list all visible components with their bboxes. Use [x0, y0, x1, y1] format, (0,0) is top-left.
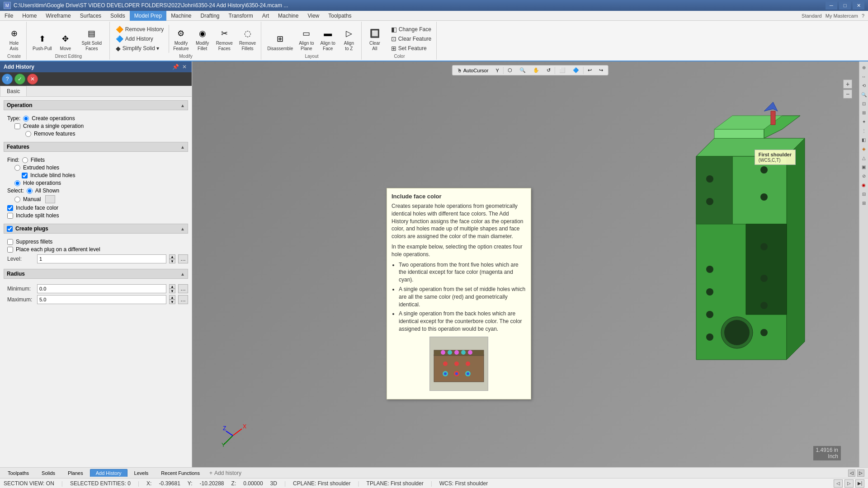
vrt-btn-11[interactable]: △: [860, 154, 868, 162]
vp-display[interactable]: ⬜: [556, 66, 569, 74]
modify-fillet-button[interactable]: ◉ ModifyFillet: [193, 25, 212, 53]
vrt-btn-1[interactable]: ⊕: [860, 63, 868, 71]
place-each-plug-label[interactable]: Place each plug on a different level: [16, 246, 100, 253]
vp-zoom[interactable]: 🔍: [516, 66, 529, 74]
vrt-btn-10[interactable]: ◈: [860, 145, 868, 153]
find-extruded-label[interactable]: Extruded holes: [23, 164, 59, 171]
all-shown-radio[interactable]: [27, 188, 33, 194]
push-pull-button[interactable]: ⬆ Push-Pull: [30, 30, 54, 53]
level-browse-button[interactable]: …: [178, 254, 188, 263]
maximum-input[interactable]: [37, 295, 166, 304]
tab-planes[interactable]: Planes: [62, 469, 89, 477]
menu-machine2[interactable]: Machine: [274, 11, 303, 21]
remove-features-label[interactable]: Remove features: [34, 131, 75, 137]
remove-features-radio[interactable]: [25, 131, 31, 137]
change-face-button[interactable]: ◧ Change Face: [389, 25, 434, 34]
vp-tool1[interactable]: Y: [492, 67, 502, 74]
status-prev-button[interactable]: ◁: [834, 479, 843, 488]
create-plugs-checkbox[interactable]: [7, 226, 13, 232]
add-history-button[interactable]: 🔷 Add History: [113, 34, 166, 43]
manual-select-button[interactable]: [45, 195, 55, 203]
align-z-button[interactable]: ▷ Alignto Z: [340, 25, 359, 53]
vrt-btn-12[interactable]: ▣: [860, 163, 868, 171]
vrt-btn-13[interactable]: ⊘: [860, 172, 868, 180]
panel-pin-icon[interactable]: 📌: [172, 63, 179, 70]
maximum-up-button[interactable]: ▲: [169, 295, 175, 300]
suppress-fillets-label[interactable]: Suppress fillets: [16, 239, 52, 245]
vrt-btn-14[interactable]: ◉: [860, 181, 868, 189]
tab-levels[interactable]: Levels: [128, 469, 155, 477]
level-up-button[interactable]: ▲: [169, 254, 175, 259]
find-fillets-radio[interactable]: [22, 157, 28, 163]
create-operations-label[interactable]: Create operations: [32, 115, 75, 122]
menu-wireframe[interactable]: Wireframe: [41, 11, 75, 21]
vrt-btn-4[interactable]: 🔍: [860, 90, 868, 99]
create-operations-radio[interactable]: [23, 116, 29, 122]
modify-feature-button[interactable]: ⚙ ModifyFeature: [171, 25, 191, 53]
tab-scroll-left[interactable]: ◁: [848, 469, 855, 477]
place-each-plug-checkbox[interactable]: [7, 247, 13, 253]
find-fillets-label[interactable]: Fillets: [31, 157, 45, 163]
maximize-button[interactable]: □: [839, 1, 851, 9]
manual-radio[interactable]: [14, 197, 20, 202]
menu-toolpaths[interactable]: Toolpaths: [324, 11, 356, 21]
vrt-btn-9[interactable]: ◧: [860, 136, 868, 144]
menu-transform[interactable]: Transform: [224, 11, 258, 21]
find-hole-operations-radio[interactable]: [14, 180, 20, 186]
vrt-btn-5[interactable]: ⊡: [860, 99, 868, 108]
maximum-down-button[interactable]: ▼: [169, 300, 175, 304]
include-split-holes-checkbox[interactable]: [7, 213, 13, 219]
zoom-out-button[interactable]: −: [843, 89, 852, 99]
include-face-color-checkbox[interactable]: [7, 205, 13, 211]
level-down-button[interactable]: ▼: [169, 259, 175, 263]
menu-view[interactable]: View: [303, 11, 324, 21]
vrt-btn-15[interactable]: ⊟: [860, 190, 868, 198]
close-button[interactable]: ✕: [853, 1, 864, 9]
menu-art[interactable]: Art: [258, 11, 274, 21]
vrt-btn-2[interactable]: ↔: [860, 72, 868, 80]
vp-persp[interactable]: ⬡: [505, 66, 515, 74]
status-end-button[interactable]: ▶|: [855, 479, 864, 488]
include-face-color-label[interactable]: Include face color: [16, 205, 58, 211]
panel-close-icon[interactable]: ✕: [181, 63, 188, 70]
menu-home[interactable]: Home: [18, 11, 41, 21]
zoom-in-button[interactable]: +: [843, 80, 852, 89]
menu-drafting[interactable]: Drafting: [196, 11, 224, 21]
create-plugs-label[interactable]: Create plugs: [15, 225, 48, 232]
vrt-btn-8[interactable]: ⋮: [860, 127, 868, 135]
clear-all-button[interactable]: 🔲 ClearAll: [365, 25, 384, 53]
find-hole-operations-label[interactable]: Hole operations: [23, 180, 61, 186]
help-button[interactable]: ?: [2, 74, 13, 84]
tab-scroll-right[interactable]: ▷: [857, 469, 864, 477]
vrt-btn-6[interactable]: ⊞: [860, 108, 868, 117]
remove-faces-button[interactable]: ✂ RemoveFaces: [214, 25, 235, 53]
vp-rotate[interactable]: ↺: [543, 66, 554, 74]
all-shown-label[interactable]: All Shown: [35, 188, 59, 194]
status-next-button[interactable]: ▷: [844, 479, 854, 488]
vrt-btn-7[interactable]: ✦: [860, 117, 868, 126]
minimum-up-button[interactable]: ▲: [169, 284, 175, 289]
hole-axis-button[interactable]: ⊕ HoleAxis: [5, 25, 24, 53]
titlebar-buttons[interactable]: ─ □ ✕: [826, 1, 864, 9]
level-input[interactable]: [37, 254, 166, 263]
menu-file[interactable]: File: [0, 11, 18, 21]
vrt-btn-3[interactable]: ⟲: [860, 81, 868, 89]
maximum-browse-button[interactable]: …: [178, 295, 188, 304]
suppress-fillets-checkbox[interactable]: [7, 239, 13, 245]
cancel-button[interactable]: ✕: [27, 74, 38, 84]
minimum-browse-button[interactable]: …: [178, 284, 188, 293]
tab-basic[interactable]: Basic: [0, 86, 27, 96]
include-blind-holes-checkbox[interactable]: [22, 173, 28, 178]
tab-toolpaths[interactable]: Toolpaths: [2, 469, 35, 477]
move-button[interactable]: ✥ Move: [56, 30, 75, 53]
clear-feature-button[interactable]: ⊡ Clear Feature: [389, 34, 434, 43]
menu-model-prep[interactable]: Model Prep: [130, 11, 166, 21]
vp-redo[interactable]: ↪: [596, 66, 606, 74]
tab-solids[interactable]: Solids: [36, 469, 61, 477]
vrt-btn-16[interactable]: ⊞: [860, 199, 868, 207]
disassemble-button[interactable]: ⊞ Disassemble: [265, 30, 295, 53]
set-feature-button[interactable]: ⊞ Set Feature: [389, 44, 434, 53]
features-section-header[interactable]: Features ▲: [4, 142, 188, 152]
align-face-button[interactable]: ▬ Align toFace: [318, 25, 338, 53]
tab-recent-functions[interactable]: Recent Functions: [155, 469, 206, 477]
